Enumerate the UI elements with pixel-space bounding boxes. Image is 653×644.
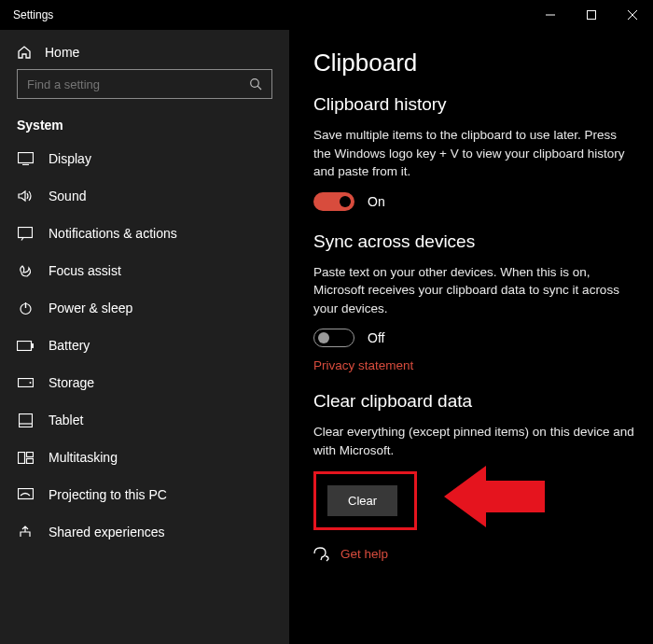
window-title: Settings [13,8,53,21]
close-button[interactable] [612,0,653,30]
sidebar: Home System Display Sound Notifications … [0,30,289,644]
sidebar-item-display[interactable]: Display [0,140,289,177]
projecting-icon [17,488,34,501]
display-icon [17,152,34,165]
page-title: Clipboard [313,49,636,77]
search-input[interactable] [17,69,272,99]
sidebar-item-label: Multitasking [49,450,118,465]
sync-heading: Sync across devices [313,231,636,252]
sync-toggle-label: Off [368,330,384,345]
history-heading: Clipboard history [313,94,636,115]
sidebar-item-label: Battery [49,338,90,353]
sidebar-item-label: Tablet [49,413,83,427]
get-help-link[interactable]: Get help [313,547,636,562]
svg-point-4 [251,79,259,88]
sidebar-item-tablet[interactable]: Tablet [0,401,289,439]
settings-window: Settings Home System Display Sound Notif… [0,0,653,644]
svg-rect-17 [18,452,24,463]
svg-rect-8 [19,227,33,237]
sound-icon [17,189,34,203]
sidebar-item-label: Storage [49,375,94,390]
sync-toggle[interactable] [313,329,354,347]
history-toggle[interactable] [313,192,354,211]
sidebar-item-storage[interactable]: Storage [0,364,289,401]
sidebar-item-label: Display [49,151,91,166]
tablet-icon [17,413,34,427]
notifications-icon [17,227,34,241]
help-label: Get help [340,547,388,561]
history-desc: Save multiple items to the clipboard to … [313,126,636,181]
storage-icon [17,378,34,387]
privacy-link[interactable]: Privacy statement [313,358,636,372]
sidebar-item-label: Projecting to this PC [49,487,167,502]
svg-point-14 [29,382,31,384]
help-icon [313,547,329,562]
sidebar-item-notifications[interactable]: Notifications & actions [0,215,289,252]
power-icon [17,301,34,315]
svg-rect-15 [19,413,32,427]
svg-rect-18 [26,452,33,456]
home-link[interactable]: Home [0,35,289,69]
svg-rect-12 [32,343,34,348]
sync-desc: Paste text on your other devices. When t… [313,263,636,318]
annotation-arrow-icon [444,464,547,529]
minimize-button[interactable] [530,0,571,30]
category-heading: System [0,108,289,140]
svg-rect-19 [26,458,33,463]
sidebar-item-shared[interactable]: Shared experiences [0,513,289,551]
multitasking-icon [17,452,34,464]
sidebar-item-power[interactable]: Power & sleep [0,289,289,327]
svg-rect-1 [588,11,596,20]
titlebar: Settings [0,0,653,30]
focus-icon [17,263,34,278]
sidebar-item-multitasking[interactable]: Multitasking [0,439,289,476]
clear-heading: Clear clipboard data [313,391,636,412]
search-field[interactable] [27,77,249,91]
maximize-button[interactable] [571,0,612,30]
clear-desc: Clear everything (except pinned items) o… [313,423,636,459]
svg-line-5 [257,86,261,90]
sidebar-item-label: Sound [49,189,86,203]
home-label: Home [45,45,79,60]
home-icon [17,45,32,60]
sidebar-item-label: Notifications & actions [49,226,177,241]
search-icon [249,77,262,91]
shared-icon [17,525,34,539]
sidebar-item-focus[interactable]: Focus assist [0,252,289,289]
sidebar-item-label: Power & sleep [49,301,132,315]
svg-marker-21 [444,466,545,527]
clear-button[interactable]: Clear [327,485,397,516]
sidebar-item-label: Focus assist [49,263,121,278]
svg-rect-11 [18,341,32,350]
sidebar-item-sound[interactable]: Sound [0,177,289,215]
history-toggle-label: On [368,194,385,209]
sidebar-item-battery[interactable]: Battery [0,327,289,364]
svg-rect-6 [18,153,33,163]
sidebar-item-projecting[interactable]: Projecting to this PC [0,476,289,513]
sidebar-item-label: Shared experiences [49,525,165,539]
battery-icon [17,341,34,351]
clear-highlight-box: Clear [313,471,417,530]
main-pane: Clipboard Clipboard history Save multipl… [289,30,653,644]
